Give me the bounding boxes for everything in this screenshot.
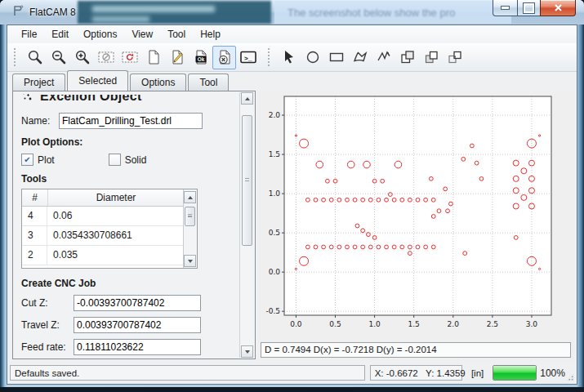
svg-text:0.0: 0.0 [269, 268, 281, 276]
tools-table-scrollbar[interactable] [183, 189, 197, 268]
minimize-button[interactable] [493, 0, 518, 16]
edit-object-button[interactable] [165, 46, 189, 69]
svg-text:2.5: 2.5 [487, 320, 498, 328]
add-path-button[interactable] [372, 46, 395, 69]
zoom-in-button[interactable] [70, 46, 94, 69]
add-rectangle-button[interactable] [324, 46, 348, 69]
zoom-out-button[interactable] [47, 46, 70, 69]
accept-ok-button[interactable]: Ok [189, 46, 212, 69]
object-title: Excellon Object [40, 95, 142, 104]
svg-text:0.5: 0.5 [269, 229, 280, 237]
panel-scrollbar[interactable] [239, 92, 254, 358]
plot-canvas[interactable]: 0.00.51.01.52.02.53.0-0.50.00.51.01.52.0 [258, 91, 574, 340]
clear-plot-icon [97, 49, 115, 65]
scrollbar-thumb[interactable] [185, 207, 195, 226]
svg-text:>_: >_ [244, 55, 252, 62]
new-project-button[interactable] [141, 46, 165, 69]
tab-tool[interactable]: Tool [188, 74, 229, 91]
copy-object-button[interactable] [419, 46, 443, 69]
union-button[interactable] [395, 46, 419, 69]
scrollbar-thumb[interactable] [242, 115, 252, 246]
tool-row[interactable]: 4 0.06 [22, 207, 184, 226]
menu-edit[interactable]: Edit [44, 26, 76, 42]
object-name-input[interactable] [59, 113, 203, 129]
tool-diameter: 0.06 [47, 207, 184, 225]
delete-object-button[interactable] [212, 46, 236, 69]
tool-row[interactable]: 3 0.0354330708661 [22, 226, 184, 246]
feed-rate-input[interactable] [74, 339, 201, 355]
tools-col-number[interactable]: # [22, 189, 48, 206]
add-circle-button[interactable] [301, 46, 324, 69]
scroll-up-button[interactable] [184, 191, 196, 203]
shell-button[interactable]: >_ [236, 46, 260, 69]
solid-checkbox[interactable]: Solid [109, 154, 147, 166]
close-button[interactable] [540, 0, 576, 16]
ok-file-icon: Ok [193, 49, 209, 65]
rectangle-tool-icon [328, 49, 345, 65]
svg-text:1.0: 1.0 [368, 320, 381, 328]
svg-text:1.0: 1.0 [269, 189, 281, 198]
tool-diameter: 0.035 [47, 246, 184, 265]
tool-number: 2 [22, 246, 47, 265]
selected-object-panel: Excellon Object Name: Plot Options: Plot [12, 91, 256, 359]
resize-grip-icon[interactable] [566, 373, 574, 381]
menu-tool[interactable]: Tool [160, 26, 193, 42]
cut-z-input[interactable] [74, 295, 201, 311]
replot-button[interactable] [118, 46, 141, 69]
tab-project[interactable]: Project [12, 74, 65, 91]
tools-col-diameter[interactable]: Diameter [48, 189, 184, 206]
zoom-fit-button[interactable] [23, 46, 47, 69]
triangle-up-icon [188, 196, 193, 199]
toolbar-grip[interactable] [14, 48, 20, 66]
tab-options[interactable]: Options [130, 74, 186, 91]
units-label: [in] [467, 368, 488, 378]
progress-fill [493, 366, 537, 380]
toolbar: Ok >_ [7, 43, 577, 72]
svg-text:3.0: 3.0 [526, 320, 538, 328]
window-title: FlatCAM 8 [29, 7, 76, 18]
flatcam-logo-icon [11, 4, 25, 20]
add-polygon-button[interactable] [348, 46, 372, 69]
zoom-out-icon [51, 49, 67, 65]
menu-file[interactable]: File [14, 26, 44, 42]
menu-view[interactable]: View [124, 26, 160, 42]
triangle-up-icon [245, 97, 250, 100]
svg-text:-0.5: -0.5 [265, 307, 280, 315]
progress-percent-label: 100% [540, 368, 566, 379]
maximize-icon [524, 3, 534, 13]
content-area: Excellon Object Name: Plot Options: Plot [7, 91, 577, 361]
scroll-down-button[interactable] [184, 255, 196, 267]
travel-z-input[interactable] [74, 317, 201, 333]
solid-checkbox-box[interactable] [109, 154, 121, 166]
tools-label: Tools [21, 173, 231, 185]
svg-text:0.0: 0.0 [290, 320, 302, 328]
polyline-tool-icon [376, 49, 392, 65]
name-label: Name: [21, 115, 59, 127]
clear-plot-button[interactable] [94, 46, 118, 69]
solid-checkbox-label: Solid [125, 154, 147, 166]
menu-help[interactable]: Help [193, 26, 228, 42]
zoom-in-icon [74, 49, 91, 65]
maximize-button[interactable] [518, 0, 540, 16]
tool-number: 4 [22, 207, 47, 225]
move-object-button[interactable] [443, 46, 466, 69]
plot-checkbox-box[interactable] [21, 154, 33, 166]
scroll-down-button[interactable] [241, 345, 253, 358]
tool-row[interactable]: 2 0.035 [22, 246, 184, 265]
plot-checkbox[interactable]: Plot [21, 154, 55, 166]
cut-z-label: Cut Z: [21, 297, 74, 309]
scroll-up-button[interactable] [241, 92, 253, 105]
polygon-tool-icon [352, 49, 368, 65]
background-webpage-text: The screenshot below show the pro [288, 7, 500, 19]
status-message: Defaults saved. [10, 365, 365, 381]
svg-text:2.0: 2.0 [448, 320, 460, 328]
toolbar-grip[interactable] [268, 48, 274, 66]
menu-options[interactable]: Options [76, 26, 124, 42]
triangle-down-icon [245, 350, 250, 354]
select-button[interactable] [277, 46, 301, 69]
svg-text:0.5: 0.5 [329, 320, 341, 328]
excellon-object-icon [21, 94, 33, 105]
svg-text:1.5: 1.5 [408, 320, 420, 328]
tab-selected[interactable]: Selected [67, 70, 128, 91]
tool-diameter: 0.0354330708661 [47, 226, 184, 245]
